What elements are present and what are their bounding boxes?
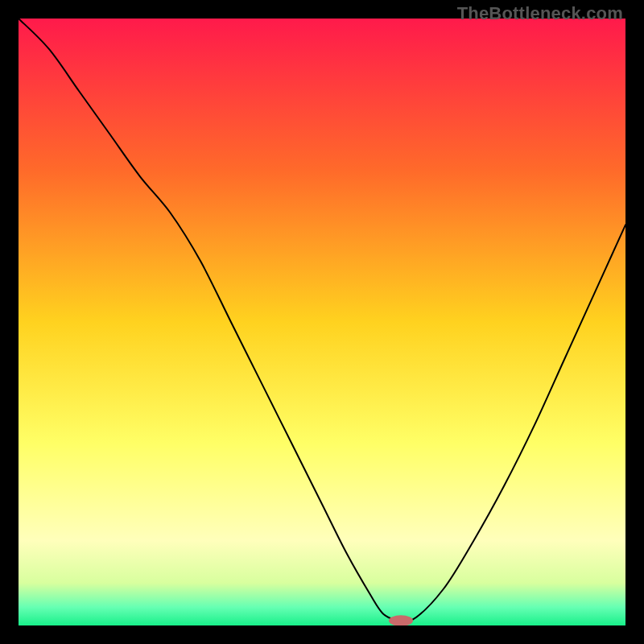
plot-area [19, 19, 625, 625]
bottleneck-chart [19, 19, 625, 625]
watermark-label: TheBottleneck.com [457, 3, 623, 24]
chart-frame: TheBottleneck.com [0, 0, 644, 644]
gradient-background [19, 19, 625, 625]
